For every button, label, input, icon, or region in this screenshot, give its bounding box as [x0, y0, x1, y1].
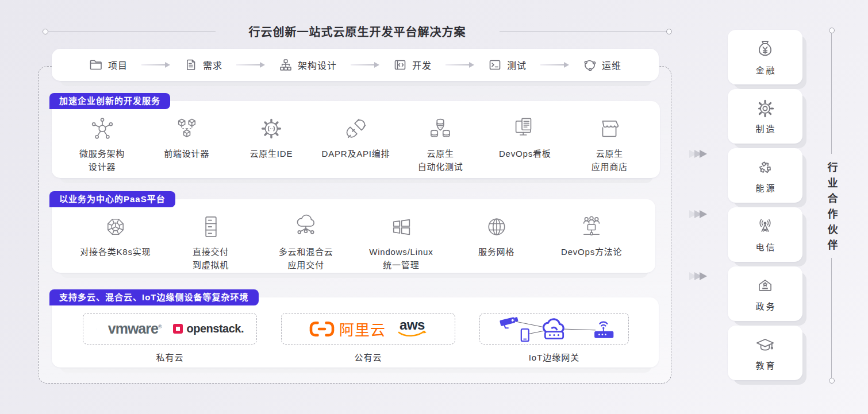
env-private-cloud: vmware® openstack. 私有云 [83, 313, 257, 363]
capability-item: 云原生自动化测试 [398, 115, 483, 178]
partner-label: 金融 [754, 64, 776, 76]
money-bag-icon [755, 39, 775, 60]
aliyun-logo: 阿里云 [309, 318, 386, 339]
env-label: 私有云 [156, 351, 183, 363]
partner-card-telecom: 电信 [728, 207, 802, 262]
env-label: IoT边缘网关 [529, 351, 580, 363]
capability-item: DAPR及API编排 [313, 115, 398, 178]
end-dot-icon [829, 378, 835, 384]
flow-arrow-icon [540, 64, 564, 65]
government-building-icon [755, 276, 775, 296]
aws-logo: aws [397, 319, 427, 339]
workflow-step-requirements: 需求 [184, 58, 222, 72]
smartphone-icon [521, 329, 529, 341]
workflow-step-label: 架构设计 [298, 58, 337, 72]
cloud-ide-icon [259, 115, 284, 142]
industry-partners-column: 金融 制造 能源 电信 政 [728, 30, 802, 380]
capability-item: DevOps看板 [483, 115, 567, 178]
aliyun-bracket-icon [309, 321, 335, 337]
partner-card-finance: 金融 [728, 30, 802, 84]
header-rule-left [48, 31, 216, 32]
partner-label: 政务 [754, 300, 776, 312]
item-label: 对接各类K8s实现 [80, 245, 151, 258]
item-label: 云原生 [418, 147, 463, 160]
partner-card-manufacturing: 制造 [728, 89, 802, 144]
dev-services-panel: 加速企业创新的开发服务 微服务架构设计器 前端设计器 [52, 101, 660, 178]
item-label: 云原生 [592, 147, 628, 160]
frontend-designer-icon [174, 115, 199, 142]
panel-badge: 支持多云、混合云、IoT边缘侧设备等复杂环境 [49, 289, 259, 305]
rail-line [831, 33, 832, 154]
service-mesh-icon [484, 214, 509, 240]
double-arrow-icon [692, 272, 707, 280]
graduation-cap-icon [755, 335, 775, 355]
aws-smile-icon [397, 331, 427, 339]
item-label: DevOps方法论 [561, 245, 622, 258]
end-dot-icon [43, 29, 48, 34]
partner-label: 电信 [754, 241, 776, 253]
workflow-step-label: 运维 [602, 58, 621, 72]
blue-server-icon [96, 318, 97, 341]
workflow-step-label: 测试 [507, 58, 527, 72]
gear-icon [755, 99, 775, 118]
devops-methodology-icon [579, 214, 604, 240]
item-label-line2: 自动化测试 [418, 160, 463, 173]
architecture-sitemap-icon [279, 58, 293, 72]
flow-arrow-icon [351, 64, 375, 65]
recycle-icon [755, 158, 775, 177]
capability-item: 微服务架构设计器 [60, 115, 144, 178]
partner-label: 教育 [754, 359, 776, 371]
item-label: 多云和混合云 [279, 245, 333, 258]
end-dot-icon [829, 28, 835, 33]
item-label-line2: 到虚拟机 [193, 258, 229, 272]
openstack-logo: openstack. [173, 322, 244, 335]
iot-devices-graphic [493, 314, 616, 344]
capability-item: 对接各类K8s实现 [68, 214, 163, 273]
workflow-step-architecture: 架构设计 [279, 58, 337, 72]
windows-linux-icon [389, 214, 414, 240]
workflow-step-operations: 运维 [583, 58, 621, 72]
kubernetes-icon [103, 214, 128, 240]
virtual-machine-icon [198, 214, 224, 240]
iot-gateway-box [479, 313, 629, 345]
partner-label: 能源 [754, 181, 776, 194]
item-label: 云原生IDE [249, 147, 293, 160]
workflow-step-project: 项目 [89, 58, 128, 72]
workflow-step-develop: 开发 [393, 58, 432, 72]
environments-panel: 支持多云、混合云、IoT边缘侧设备等复杂环境 vmware® openstack… [52, 297, 659, 367]
item-label: Windows/Linux [369, 245, 433, 258]
folder-icon [89, 58, 103, 72]
item-label: DAPR及API编排 [322, 147, 390, 160]
capability-item: 直接交付到虚拟机 [163, 214, 259, 273]
flow-arrow-icon [445, 64, 470, 65]
panel-badge: 以业务为中心的PaaS平台 [49, 191, 175, 207]
multicloud-delivery-icon [293, 214, 318, 240]
workflow-step-label: 需求 [203, 58, 222, 72]
env-public-cloud: 阿里云 aws 公有云 [281, 313, 455, 363]
partner-card-energy: 能源 [728, 148, 802, 203]
workflow-step-label: 项目 [108, 58, 128, 72]
capability-item: Windows/Linux统一管理 [354, 214, 449, 273]
capability-item: DevOps方法论 [544, 214, 639, 273]
app-store-icon [597, 115, 622, 142]
rail-line [831, 258, 832, 378]
header: 行云创新一站式云原生开发平台解决方案 [43, 23, 672, 40]
operations-cycle-icon [583, 58, 597, 72]
microservice-designer-icon [90, 115, 115, 142]
requirements-document-icon [184, 58, 198, 72]
end-dot-icon [666, 29, 672, 34]
capability-item: 前端设计器 [144, 115, 229, 178]
item-label-line2: 设计器 [79, 160, 125, 173]
partner-card-government: 政务 [728, 266, 802, 321]
header-rule-right [500, 31, 667, 32]
panel-badge: 加速企业创新的开发服务 [49, 93, 170, 109]
item-label-line2: 应用交付 [279, 258, 333, 272]
capability-item: 服务网格 [449, 214, 544, 273]
env-label: 公有云 [354, 351, 382, 363]
api-orchestration-icon [343, 115, 368, 142]
double-arrow-icon [692, 210, 707, 218]
wifi-router-icon [594, 322, 613, 338]
devops-kanban-icon [512, 115, 537, 142]
code-window-icon [393, 58, 407, 72]
openstack-square-icon [173, 324, 183, 334]
